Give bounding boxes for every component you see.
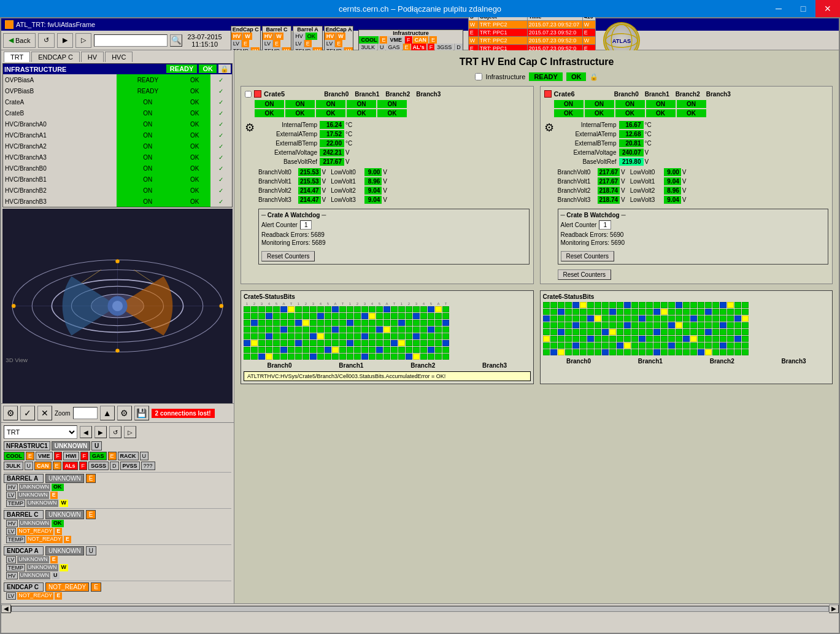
crate5-checkbox[interactable] — [245, 91, 252, 98]
trt-items-row1: COOL E VME F HWI F GAS E RACK U — [4, 452, 231, 460]
refresh-button[interactable]: ↺ — [38, 33, 55, 48]
svg-point-14 — [115, 349, 119, 352]
3d-view-area: 3D View — [2, 209, 233, 403]
crate5-status-bits: Crate5-StatusBits 12345AT12345AT12345AT1… — [241, 290, 534, 384]
infra-checkbox[interactable] — [475, 73, 482, 80]
connection-warning: 2 connections lost! — [152, 409, 215, 418]
tab-trt[interactable]: TRT — [4, 52, 30, 62]
tab-hv[interactable]: HV — [81, 52, 104, 62]
barrel-c-badge: E — [86, 510, 96, 519]
pvss-q: ??? — [141, 462, 155, 470]
trt-selector: TRT ◀ ▶ ↺ ▷ NFRASTRUC1 UNKNOWN U COOL E … — [1, 422, 234, 603]
save-icon[interactable]: 💾 — [134, 406, 149, 420]
pvss-badge: PVSS — [120, 462, 140, 470]
user-field[interactable]: NO USER — [94, 34, 168, 47]
barrel-c-name: BARREL C — [4, 510, 44, 519]
minimize-btn[interactable]: ─ — [766, 0, 791, 17]
trt-items-row2: 3ULK U CAN E ALs F SGSS D PVSS ??? — [4, 462, 231, 470]
temp-label: TEMP — [6, 500, 25, 507]
tab-hvc[interactable]: HVC — [105, 52, 133, 62]
infra-status-bar: Infrastructure READY OK 🔒 — [241, 72, 833, 81]
tab-endcapc[interactable]: ENDCAP C — [31, 52, 80, 62]
infrastructure-section: INFRASTRUCTURE READY OK 🔒 OVPBiasA READY… — [2, 63, 233, 207]
crate6-gear-area: ⚙ InternalTemp 16.67 °C ExternalATemp 12… — [544, 121, 829, 280]
table-row: OVPBiasA READY OK ✓ — [3, 74, 232, 85]
bulk-badge: 3ULK — [4, 462, 23, 470]
table-row: CrateA ON OK ✓ — [3, 96, 232, 107]
crate5-on-row: ON ON ON ON ON — [255, 100, 530, 108]
scroll-left[interactable]: ◀ — [1, 605, 11, 613]
maximize-btn[interactable]: □ — [791, 0, 815, 17]
crate6-branch-volts: BranchVolt0 217.67 V BranchVolt1 217.67 … — [558, 168, 829, 205]
table-row: HVC/BranchB0 ON OK ✓ — [3, 163, 232, 174]
crate5-gear-area: ⚙ InternalTemp 16.24 °C ExternalATemp 17… — [245, 121, 530, 265]
trt-fwd-btn[interactable]: ▶ — [94, 426, 107, 438]
settings2-icon[interactable]: ⚙ — [117, 406, 132, 420]
lock-icon: 🔒 — [590, 73, 598, 81]
trt-dropdown[interactable]: TRT — [4, 425, 77, 439]
crate5-branches: Branch0 Branch1 Branch2 Branch3 — [291, 91, 443, 98]
close-btn[interactable]: ✕ — [815, 0, 840, 17]
zoom-input[interactable]: 100 — [73, 407, 98, 419]
table-row: HVC/BranchA1 ON OK ✓ — [3, 130, 232, 141]
detector-svg: 3D View — [2, 209, 233, 403]
bottom-controls: ⚙ ✓ ✕ Zoom 100 ▲ ⚙ 💾 2 connections lost! — [1, 403, 234, 422]
table-row: OVPBiasB READY OK ✓ — [3, 85, 232, 96]
cool-badge: COOL — [4, 452, 25, 460]
crate5-header: Crate5 Branch0 Branch1 Branch2 Branch3 — [245, 90, 530, 98]
infra-ok-badge: OK — [566, 72, 587, 81]
crate6-gear-icon[interactable]: ⚙ — [544, 121, 554, 134]
title-bar: cernts.cern.ch – Podłączanie pulpitu zda… — [0, 0, 840, 17]
zoom-spin[interactable]: ▲ — [100, 406, 115, 420]
trt-status-row: NFRASTRUC1 UNKNOWN U — [4, 441, 231, 450]
barrel-a-status: UNKNOWN — [45, 474, 84, 483]
crate5-gear-icon[interactable]: ⚙ — [245, 121, 255, 134]
bulk-u: U — [25, 462, 34, 470]
barrel-a-subsystem: BARREL A UNKNOWN E HV UNKNOWN OK LV UNKN… — [4, 472, 231, 508]
reset-counters-btn-c5[interactable]: Reset Counters — [261, 251, 315, 261]
hv-ok: OK — [52, 484, 64, 491]
crate5-internal-temp: 16.24 — [320, 121, 344, 129]
crate5-bits-grid: 12345AT12345AT12345AT12345AT — [244, 302, 531, 360]
endcap-c-subsystem: ENDCAP C NOT_READY E LV NOT_READY E — [4, 581, 231, 601]
trt-nav-btn[interactable]: ▷ — [124, 426, 136, 438]
scroll-right[interactable]: ▶ — [829, 605, 839, 613]
svg-text:ATLAS: ATLAS — [612, 37, 630, 44]
back-button[interactable]: ◀ Back — [3, 33, 36, 48]
page-title: TRT HV End Cap C Infrastructure — [241, 56, 833, 68]
trt-refresh-btn[interactable]: ↺ — [109, 426, 121, 438]
infra-table: OVPBiasA READY OK ✓ OVPBiasB READY OK ✓ … — [3, 74, 232, 207]
vme-f: F — [54, 452, 63, 460]
infra-label: Infrastructure — [486, 73, 526, 80]
svg-text:3D View: 3D View — [6, 357, 28, 363]
hwi-badge: HWI — [63, 452, 79, 460]
check-icon[interactable]: ✓ — [20, 406, 35, 420]
temp-w: W — [60, 500, 69, 507]
crate6-ok-row: OK OK OK OK OK — [554, 109, 829, 117]
table-row: HVC/BranchA2 ON OK ✓ — [3, 141, 232, 152]
reset-counters-btn-c6b[interactable]: Reset Counters — [558, 269, 611, 280]
crate5-branch-labels: Branch0 Branch1 Branch2 Branch3 — [244, 362, 531, 369]
scrollbar: ◀ ▶ — [1, 603, 839, 613]
crate5-indicator — [254, 90, 261, 98]
close-icon[interactable]: ✕ — [37, 406, 52, 420]
lv-unknown: UNKNOWN — [17, 492, 49, 499]
main-content-panel: TRT HV End Cap C Infrastructure Infrastr… — [234, 50, 839, 603]
u-badge: U — [91, 441, 102, 450]
search-button[interactable]: 🔍 — [170, 34, 182, 47]
crate-b-watchdog: ─ Crate B Watchdog ─ Alert Counter 1 Rea… — [558, 209, 829, 265]
sgss-d: D — [110, 462, 119, 470]
reset-counters-btn-c6[interactable]: Reset Counters — [561, 251, 614, 261]
cool-e: E — [26, 452, 34, 460]
lv-label: LV — [6, 492, 16, 499]
lv-e: E — [50, 492, 58, 499]
barrel-a-name: BARREL A — [4, 474, 44, 483]
window-title: cernts.cern.ch – Podłączanie pulpitu zda… — [339, 4, 501, 14]
nav-arrow-button[interactable]: ▷ — [75, 33, 91, 48]
forward-button[interactable]: ▶ — [57, 33, 73, 48]
trt-back-btn[interactable]: ◀ — [80, 426, 92, 438]
rack-badge: RACK — [118, 452, 139, 460]
vme-badge: VME — [36, 452, 53, 460]
settings-icon[interactable]: ⚙ — [3, 406, 18, 420]
unknown-badge: UNKNOWN — [52, 441, 90, 450]
